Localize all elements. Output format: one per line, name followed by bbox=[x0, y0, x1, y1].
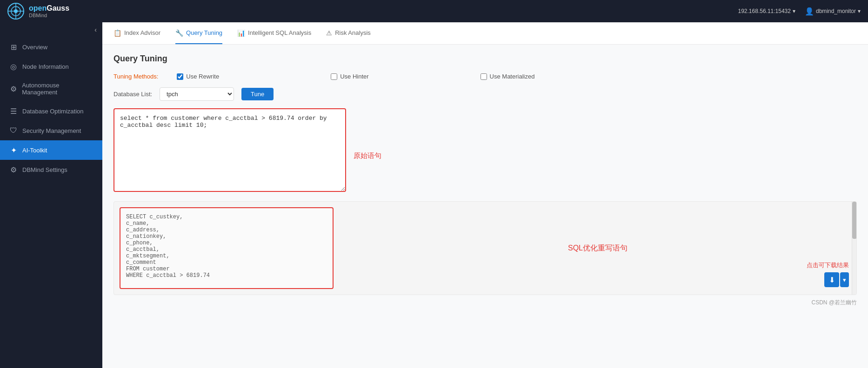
sidebar-item-node-information[interactable]: ◎ Node Information bbox=[0, 57, 102, 76]
use-materialized-label: Use Materialized bbox=[490, 73, 535, 80]
sql-input-box: select * from customer where c_acctbal >… bbox=[114, 108, 346, 194]
rewrite-label: SQL优化重写语句 bbox=[568, 243, 628, 253]
topbar-right: 192.168.56.11:15432 ▾ 👤 dbmind_monitor ▾ bbox=[738, 7, 861, 16]
result-inner: SELECT c_custkey, c_name, c_address, c_n… bbox=[114, 202, 856, 295]
original-sql-label: 原始语句 bbox=[354, 108, 381, 194]
sidebar-label-ai-toolkit: AI-Toolkit bbox=[22, 147, 47, 154]
user-icon: 👤 bbox=[805, 7, 814, 16]
main-layout: ‹ ⊞ Overview ◎ Node Information ⚙ Autono… bbox=[0, 22, 868, 368]
sidebar-label-node-information: Node Information bbox=[22, 63, 69, 70]
autonomouse-icon: ⚙ bbox=[9, 85, 17, 93]
security-icon: 🛡 bbox=[9, 126, 18, 135]
sql-textarea[interactable]: select * from customer where c_acctbal >… bbox=[114, 108, 346, 192]
user-info[interactable]: 👤 dbmind_monitor ▾ bbox=[805, 7, 861, 16]
tab-label-query-tuning: Query Tuning bbox=[186, 29, 222, 36]
sidebar-item-database-optimization[interactable]: ☰ Database Optimization bbox=[0, 101, 102, 121]
risk-analysis-icon: ⚠ bbox=[326, 29, 332, 37]
tune-button[interactable]: Tune bbox=[241, 88, 274, 100]
overview-icon: ⊞ bbox=[9, 43, 18, 51]
index-advisor-icon: 📋 bbox=[114, 29, 121, 37]
intelligent-sql-icon: 📊 bbox=[237, 29, 245, 37]
checkbox-use-hinter[interactable]: Use Hinter bbox=[331, 73, 368, 80]
sidebar-label-database-optimization: Database Optimization bbox=[22, 108, 84, 115]
tuning-methods-row: Tuning Methods: Use Rewrite Use Hinter bbox=[114, 73, 857, 80]
sidebar-item-autonomouse-management[interactable]: ⚙ Autonomouse Management bbox=[0, 76, 102, 101]
sidebar-label-dbmind-settings: DBMind Settings bbox=[22, 166, 67, 173]
download-area: 点击可下载结果 ⬇ ▾ bbox=[807, 261, 849, 287]
sidebar-item-dbmind-settings[interactable]: ⚙ DBMind Settings bbox=[0, 160, 102, 179]
scrollbar-thumb bbox=[852, 202, 857, 239]
username: dbmind_monitor bbox=[816, 8, 856, 14]
rewrite-sql-line3: c_address, bbox=[126, 227, 327, 233]
server-address: 192.168.56.11:15432 bbox=[738, 8, 791, 14]
server-dropdown-icon[interactable]: ▾ bbox=[793, 8, 795, 14]
database-list-label: Database List: bbox=[114, 91, 152, 98]
sidebar-item-overview[interactable]: ⊞ Overview bbox=[0, 37, 102, 57]
sql-input-section: select * from customer where c_acctbal >… bbox=[114, 108, 857, 194]
use-rewrite-checkbox[interactable] bbox=[177, 73, 183, 80]
dbmind-settings-icon: ⚙ bbox=[9, 165, 18, 174]
tab-label-index-advisor: Index Advisor bbox=[124, 29, 160, 36]
sidebar: ‹ ⊞ Overview ◎ Node Information ⚙ Autono… bbox=[0, 22, 102, 368]
logo-dbmind: DBMind bbox=[29, 13, 69, 18]
server-info[interactable]: 192.168.56.11:15432 ▾ bbox=[738, 8, 795, 14]
logo-icon bbox=[7, 3, 24, 20]
tab-index-advisor[interactable]: 📋 Index Advisor bbox=[114, 23, 160, 44]
checkbox-use-rewrite[interactable]: Use Rewrite bbox=[177, 73, 219, 80]
rewrite-sql-line2: c_name, bbox=[126, 220, 327, 227]
logo-text: openGauss DBMind bbox=[29, 4, 69, 18]
database-list-select[interactable]: tpch bbox=[160, 87, 234, 101]
tab-label-risk-analysis: Risk Analysis bbox=[335, 29, 371, 36]
footer-area: CSDN @若兰幽竹 bbox=[114, 299, 857, 307]
rewrite-sql-line10: WHERE c_acctbal > 6819.74 bbox=[126, 272, 327, 279]
content-area: 📋 Index Advisor 🔧 Query Tuning 📊 Intelli… bbox=[102, 22, 868, 368]
rewrite-sql-line8: c_comment bbox=[126, 259, 327, 266]
download-dropdown-button[interactable]: ▾ bbox=[840, 272, 849, 287]
rewrite-sql-line5: c_phone, bbox=[126, 240, 327, 246]
sidebar-item-ai-toolkit[interactable]: ✦ AI-Toolkit bbox=[0, 140, 102, 160]
use-hinter-checkbox[interactable] bbox=[331, 73, 337, 80]
sidebar-label-security: Security Management bbox=[22, 127, 81, 134]
logo-open-gauss: openGauss bbox=[29, 4, 69, 13]
query-tuning-icon: 🔧 bbox=[175, 29, 183, 37]
checkbox-group-hinter: Use Hinter bbox=[331, 73, 368, 80]
result-scrollbar[interactable] bbox=[852, 202, 856, 295]
rewrite-sql-line1: SELECT c_custkey, bbox=[126, 214, 327, 220]
ai-toolkit-icon: ✦ bbox=[9, 146, 18, 154]
checkbox-use-materialized[interactable]: Use Materialized bbox=[481, 73, 535, 80]
rewrite-sql-line4: c_nationkey, bbox=[126, 233, 327, 240]
tab-risk-analysis[interactable]: ⚠ Risk Analysis bbox=[326, 23, 371, 44]
database-list-row: Database List: tpch Tune bbox=[114, 87, 857, 101]
tab-intelligent-sql-analysis[interactable]: 📊 Intelligent SQL Analysis bbox=[237, 23, 311, 44]
logo: openGauss DBMind bbox=[7, 3, 69, 20]
result-label-area: SQL优化重写语句 bbox=[339, 202, 856, 295]
rewrite-sql-line9: FROM customer bbox=[126, 266, 327, 272]
footer-text: CSDN @若兰幽竹 bbox=[811, 299, 857, 307]
tuning-methods-label: Tuning Methods: bbox=[114, 73, 158, 80]
sidebar-collapse-button[interactable]: ‹ bbox=[0, 22, 102, 37]
sidebar-label-overview: Overview bbox=[22, 44, 47, 51]
page-content: Query Tuning Tuning Methods: Use Rewrite… bbox=[102, 45, 868, 368]
checkbox-group-rewrite: Use Rewrite bbox=[177, 73, 219, 80]
sidebar-label-autonomouse: Autonomouse Management bbox=[22, 82, 93, 96]
db-opt-icon: ☰ bbox=[9, 107, 18, 115]
checkbox-group-materialized: Use Materialized bbox=[481, 73, 535, 80]
download-hint: 点击可下载结果 bbox=[807, 261, 849, 269]
tab-query-tuning[interactable]: 🔧 Query Tuning bbox=[175, 23, 222, 44]
svg-point-4 bbox=[14, 9, 18, 13]
tab-label-intelligent-sql: Intelligent SQL Analysis bbox=[248, 29, 311, 36]
node-info-icon: ◎ bbox=[9, 62, 18, 71]
user-dropdown-icon[interactable]: ▾ bbox=[858, 8, 861, 14]
page-title: Query Tuning bbox=[114, 54, 857, 64]
use-materialized-checkbox[interactable] bbox=[481, 73, 487, 80]
result-section: SELECT c_custkey, c_name, c_address, c_n… bbox=[114, 201, 857, 295]
rewrite-sql-line7: c_mktsegment, bbox=[126, 253, 327, 259]
download-button[interactable]: ⬇ bbox=[824, 272, 839, 287]
use-rewrite-label: Use Rewrite bbox=[186, 73, 219, 80]
sidebar-item-security-management[interactable]: 🛡 Security Management bbox=[0, 121, 102, 140]
use-hinter-label: Use Hinter bbox=[340, 73, 368, 80]
subnav: 📋 Index Advisor 🔧 Query Tuning 📊 Intelli… bbox=[102, 22, 868, 45]
rewrite-sql-line6: c_acctbal, bbox=[126, 246, 327, 253]
rewrite-sql-box: SELECT c_custkey, c_name, c_address, c_n… bbox=[120, 207, 334, 289]
topbar: openGauss DBMind 192.168.56.11:15432 ▾ 👤… bbox=[0, 0, 868, 22]
